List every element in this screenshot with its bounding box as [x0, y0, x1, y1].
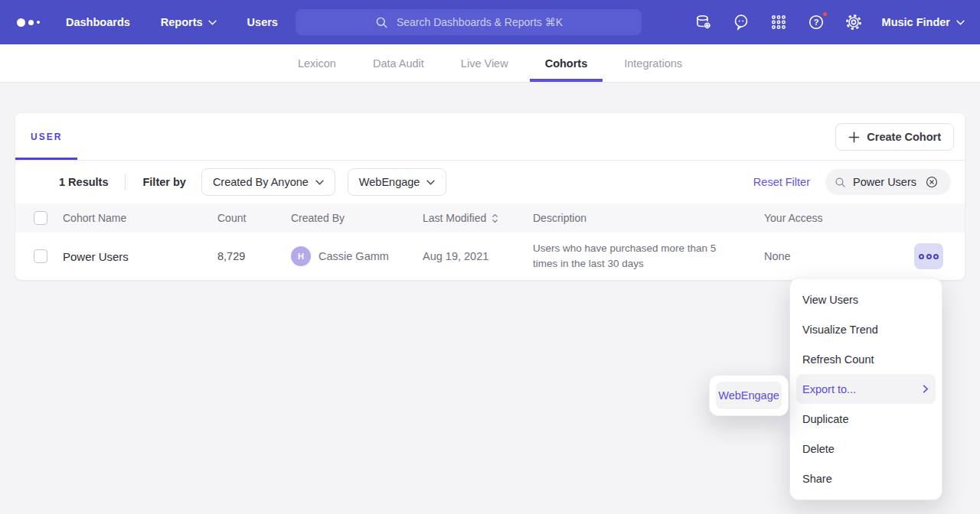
global-search-input[interactable]: Search Dashboards & Reports ⌘K [296, 9, 642, 35]
search-icon [374, 15, 389, 30]
column-header-created-by: Created By [291, 212, 423, 224]
integration-filter-dropdown[interactable]: WebEngage [348, 168, 447, 196]
logo-dot-small [37, 21, 40, 24]
logo-dot-large [17, 18, 25, 27]
chevron-down-icon [208, 20, 217, 25]
created-by-filter-dropdown[interactable]: Created By Anyone [201, 168, 335, 196]
menu-item-visualize-trend[interactable]: Visualize Trend [796, 314, 936, 344]
access-value: None [764, 250, 791, 262]
global-search-placeholder: Search Dashboards & Reports ⌘K [397, 16, 563, 28]
filter-by-label: Filter by [142, 176, 185, 188]
menu-item-export-to[interactable]: Export to... [796, 374, 936, 404]
tab-live-view[interactable]: Live View [446, 44, 524, 82]
topnav-right-actions: ? Music Finder [694, 0, 965, 44]
mixpanel-logo[interactable] [17, 18, 40, 27]
row-checkbox-cell [15, 249, 63, 263]
table-header-row: Cohort Name Count Created By Last Modifi… [15, 203, 965, 233]
filter-toolbar: 1 Results Filter by Created By Anyone We… [15, 161, 965, 203]
cohorts-panel: USER Create Cohort 1 Results Filter by C… [15, 113, 965, 280]
notification-badge [822, 11, 828, 18]
created-by-filter-value: Created By Anyone [213, 176, 309, 188]
cohort-name-cell[interactable]: Power Users [63, 250, 217, 263]
clear-search-icon[interactable] [925, 175, 939, 189]
chevron-down-icon [426, 180, 435, 185]
more-options-dot [926, 254, 932, 259]
created-by-cell: H Cassie Gamm [291, 246, 423, 266]
tab-data-audit[interactable]: Data Audit [358, 44, 439, 82]
export-to-submenu: WebEngage [709, 375, 789, 416]
sort-icon [492, 213, 498, 223]
menu-item-refresh-count[interactable]: Refresh Count [796, 344, 936, 374]
avatar: H [291, 246, 311, 266]
description-cell: Users who have purchased more than 5 tim… [533, 241, 764, 271]
section-tab-bar: Lexicon Data Audit Live View Cohorts Int… [0, 44, 980, 83]
help-icon[interactable]: ? [807, 13, 825, 31]
svg-text:?: ? [813, 18, 818, 27]
settings-icon[interactable] [844, 13, 863, 31]
divider [125, 174, 126, 190]
chevron-right-icon [921, 385, 929, 393]
your-access-cell: None [764, 243, 965, 269]
column-header-last-modified[interactable]: Last Modified [423, 212, 533, 224]
cohort-count-cell: 8,729 [217, 250, 291, 262]
column-header-count: Count [217, 212, 291, 224]
integration-filter-value: WebEngage [359, 176, 420, 188]
apps-grid-icon[interactable] [769, 13, 788, 31]
panel-header: USER Create Cohort [15, 113, 965, 161]
tab-cohorts[interactable]: Cohorts [530, 44, 603, 82]
tab-integrations[interactable]: Integrations [609, 44, 697, 82]
data-management-icon[interactable] [694, 13, 713, 31]
menu-item-duplicate[interactable]: Duplicate [796, 404, 936, 434]
project-switcher[interactable]: Music Finder [882, 16, 965, 28]
create-cohort-label: Create Cohort [867, 131, 941, 143]
header-checkbox-cell [15, 211, 63, 225]
cohort-search-input[interactable] [853, 176, 919, 188]
primary-nav-links: Dashboards Reports Users [66, 16, 278, 28]
top-navigation-bar: Dashboards Reports Users Search Dashboar… [0, 0, 980, 44]
nav-item-reports[interactable]: Reports [161, 16, 217, 28]
row-more-options-button[interactable] [914, 243, 943, 269]
menu-item-view-users[interactable]: View Users [796, 285, 936, 314]
row-checkbox[interactable] [34, 249, 47, 263]
column-header-your-access: Your Access [764, 212, 965, 224]
results-count: 1 Results [59, 176, 108, 188]
menu-item-share[interactable]: Share [796, 464, 936, 493]
column-header-description: Description [533, 212, 764, 224]
last-modified-label: Last Modified [423, 212, 486, 224]
logo-dot-medium [28, 20, 34, 25]
menu-item-delete[interactable]: Delete [796, 434, 936, 464]
active-tab-indicator [15, 158, 77, 160]
select-all-checkbox[interactable] [34, 211, 47, 225]
tab-lexicon[interactable]: Lexicon [283, 44, 351, 82]
reset-filter-link[interactable]: Reset Filter [753, 176, 810, 188]
plus-icon [848, 132, 860, 143]
chevron-down-icon [956, 20, 965, 25]
tab-user-cohorts[interactable]: USER [15, 113, 77, 160]
more-options-dot [933, 254, 939, 259]
nav-item-dashboards[interactable]: Dashboards [66, 16, 130, 28]
chevron-down-icon [315, 180, 324, 185]
tab-cohorts-label: Cohorts [545, 57, 588, 70]
active-tab-indicator [530, 79, 603, 82]
submenu-item-webengage[interactable]: WebEngage [716, 382, 782, 409]
last-modified-cell: Aug 19, 2021 [423, 250, 533, 262]
created-by-name: Cassie Gamm [318, 250, 389, 262]
messages-icon[interactable] [732, 13, 750, 31]
row-actions-context-menu: View Users Visualize Trend Refresh Count… [789, 278, 942, 500]
nav-item-users[interactable]: Users [247, 16, 278, 28]
table-row[interactable]: Power Users 8,729 H Cassie Gamm Aug 19, … [15, 233, 965, 280]
menu-item-export-to-label: Export to... [802, 383, 856, 395]
tab-user-label: USER [31, 132, 62, 142]
column-header-cohort-name: Cohort Name [63, 212, 217, 224]
nav-item-reports-label: Reports [161, 16, 203, 28]
cohort-search-box [825, 169, 951, 195]
project-name: Music Finder [882, 16, 950, 28]
create-cohort-button[interactable]: Create Cohort [835, 123, 954, 151]
search-icon [834, 176, 847, 189]
more-options-dot [919, 254, 924, 259]
